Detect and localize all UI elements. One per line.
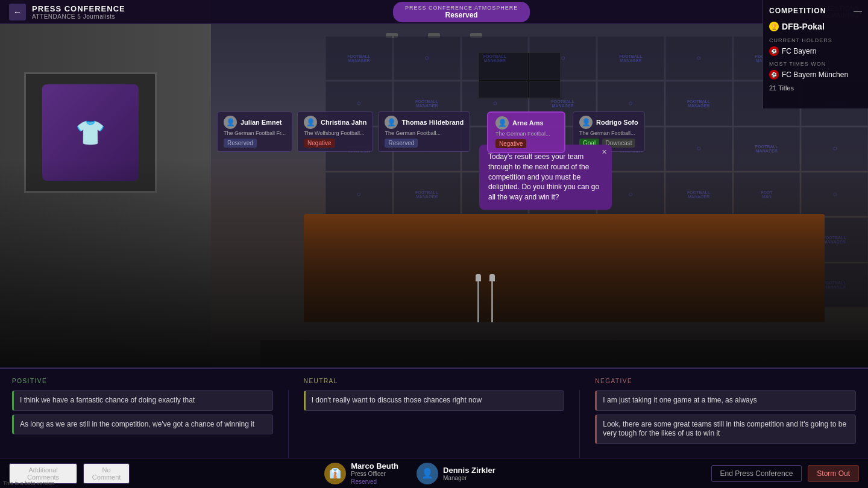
journalist-org-julian: The German Football Fr... xyxy=(224,130,286,136)
jersey-icon: 👕 xyxy=(42,84,139,181)
question-bubble-close[interactable]: ✕ xyxy=(602,148,607,157)
response-panel: POSITIVE I think we have a fantastic cha… xyxy=(0,368,868,488)
journalist-header-julian: 👤 Julian Emnet xyxy=(224,116,286,129)
divider-neutral-negative xyxy=(579,390,580,462)
journalist-card-arne[interactable]: 👤 Arne Ams The German Footbal... Negativ… xyxy=(487,111,565,153)
press-officer-role: Press Officer xyxy=(351,471,398,477)
competition-close-button[interactable]: — xyxy=(854,6,862,16)
atmosphere-label: PRESS CONFERENCE ATMOSPHERE xyxy=(405,5,518,11)
mic-stand-1 xyxy=(477,274,479,322)
press-officer-info: Marco Beuth Press Officer Reserved xyxy=(351,461,398,485)
mic-stand-2 xyxy=(491,274,493,322)
no-comment-button[interactable]: No Comment xyxy=(83,463,130,484)
response-area: POSITIVE I think we have a fantastic cha… xyxy=(0,369,868,453)
most-times-won-label: MOST TIMES WON xyxy=(769,61,862,67)
competition-panel-title: COMPETITION xyxy=(769,7,826,15)
press-officer-avatar: 👔 xyxy=(324,463,346,484)
press-officer-card: 👔 Marco Beuth Press Officer Reserved xyxy=(324,461,398,485)
journalist-avatar-rodrigo: 👤 xyxy=(579,116,593,129)
storm-out-button[interactable]: Storm Out xyxy=(808,465,859,482)
journalist-name-julian: Julian Emnet xyxy=(241,119,281,126)
neutral-column-title: NEUTRAL xyxy=(304,378,565,384)
journalist-card-christina[interactable]: 👤 Christina Jahn The Wolfsburg Football.… xyxy=(297,111,373,152)
response-neutral-1[interactable]: I don't really want to discuss those cha… xyxy=(304,390,565,411)
press-conference-podium xyxy=(304,214,825,322)
journalist-avatar-christina: 👤 xyxy=(304,116,317,129)
manager-card: 👤 Dennis Zirkler Manager xyxy=(417,461,495,485)
current-holder-team: ⚽ FC Bayern xyxy=(769,46,862,56)
question-text: Today's result sees your team through to… xyxy=(488,152,599,201)
journalist-org-arne: The German Footbal... xyxy=(495,131,557,137)
footer-bar: Additional Comments No Comment 👔 Marco B… xyxy=(0,458,868,488)
header-title-section: PRESS CONFERENCE ATTENDANCE 5 Journalist… xyxy=(32,4,125,20)
journalist-header-arne: 👤 Arne Ams xyxy=(495,116,557,130)
journalist-header-christina: 👤 Christina Jahn xyxy=(304,116,366,129)
end-press-conference-button[interactable]: End Press Conference xyxy=(711,465,802,482)
journalist-cards-row: 👤 Julian Emnet The German Football Fr...… xyxy=(217,111,470,152)
back-arrow-icon: ← xyxy=(13,7,22,17)
competition-panel-header: COMPETITION — xyxy=(769,6,862,16)
journalist-name-rodrigo: Rodrigo Sofo xyxy=(596,119,638,126)
jersey-display-case: 👕 xyxy=(24,72,157,193)
press-officer-sentiment: Reserved xyxy=(351,478,398,485)
attendance-subtitle: ATTENDANCE 5 Journalists xyxy=(32,13,125,20)
manager-info: Dennis Zirkler Manager xyxy=(443,466,495,481)
competition-cup-name: 🏆 DFB-Pokal xyxy=(769,22,862,31)
journalist-name-christina: Christina Jahn xyxy=(321,119,366,126)
footer-center: 👔 Marco Beuth Press Officer Reserved 👤 D… xyxy=(130,461,690,485)
journalist-sentiment-thomas: Reserved xyxy=(385,139,418,148)
back-button[interactable]: ← xyxy=(9,4,26,20)
header-bar: ← PRESS CONFERENCE ATTENDANCE 5 Journali… xyxy=(0,0,868,24)
podium-stage xyxy=(260,340,868,371)
current-holders-label: CURRENT HOLDERS xyxy=(769,37,862,43)
atmosphere-value: Reserved xyxy=(445,11,478,19)
journalist-header-rodrigo: 👤 Rodrigo Sofo xyxy=(579,116,638,129)
manager-avatar: 👤 xyxy=(417,463,438,484)
positive-column-title: POSITIVE xyxy=(12,378,273,384)
titles-count: 21 Titles xyxy=(769,84,862,92)
competition-panel: COMPETITION — 🏆 DFB-Pokal CURRENT HOLDER… xyxy=(763,0,868,108)
journalist-sentiment-christina: Negative xyxy=(304,139,335,148)
manager-role: Manager xyxy=(443,475,495,481)
journalist-avatar-thomas: 👤 xyxy=(385,116,398,129)
footer-right: End Press Conference Storm Out xyxy=(690,465,859,482)
journalist-org-thomas: The German Football... xyxy=(385,130,464,136)
positive-column: POSITIVE I think we have a fantastic cha… xyxy=(12,378,273,453)
journalist-card-thomas[interactable]: 👤 Thomas Hildebrand The German Football.… xyxy=(378,111,470,152)
left-wall: 👕 xyxy=(0,0,211,371)
divider-positive-neutral xyxy=(288,390,289,462)
cup-icon: 🏆 xyxy=(769,22,779,31)
page-title: PRESS CONFERENCE xyxy=(32,4,125,13)
journalist-avatar-julian: 👤 xyxy=(224,116,237,129)
journalist-avatar-arne: 👤 xyxy=(495,116,509,130)
negative-column-title: NEGATIVE xyxy=(595,378,856,384)
response-negative-1[interactable]: I am just taking it one game at a time, … xyxy=(595,390,856,411)
press-officer-name: Marco Beuth xyxy=(351,461,398,471)
neutral-column: NEUTRAL I don't really want to discuss t… xyxy=(304,378,565,453)
journalist-name-arne: Arne Ams xyxy=(512,119,544,127)
question-bubble: ✕ Today's result sees your team through … xyxy=(479,145,612,210)
most-times-won-team: ⚽ FC Bayern München xyxy=(769,70,862,80)
beta-label: This is a beta version xyxy=(3,480,54,486)
response-positive-1[interactable]: I think we have a fantastic chance of do… xyxy=(12,390,273,411)
press-conference-scene: 👕 FOOTBALLMANAGER ⬡ FOOTBALLMANAGER ⬡ FO… xyxy=(0,0,868,371)
journalist-sentiment-arne: Negative xyxy=(495,139,526,148)
most-times-won-name: FC Bayern München xyxy=(782,70,848,79)
journalist-sentiment-julian: Reserved xyxy=(224,139,257,148)
manager-name: Dennis Zirkler xyxy=(443,466,495,475)
journalist-org-rodrigo: The German Football... xyxy=(579,130,638,136)
response-positive-2[interactable]: As long as we are still in the competiti… xyxy=(12,414,273,435)
header-left-section: ← PRESS CONFERENCE ATTENDANCE 5 Journali… xyxy=(0,4,134,20)
negative-column: NEGATIVE I am just taking it one game at… xyxy=(595,378,856,453)
journalist-org-christina: The Wolfsburg Football... xyxy=(304,130,366,136)
journalist-name-thomas: Thomas Hildebrand xyxy=(401,119,464,126)
current-holder-name: FC Bayern xyxy=(782,47,816,55)
microphone-stands xyxy=(477,274,493,322)
journalist-header-thomas: 👤 Thomas Hildebrand xyxy=(385,116,464,129)
header-center-section: PRESS CONFERENCE ATMOSPHERE Reserved xyxy=(134,2,789,22)
response-negative-2[interactable]: Look, there are some great teams still i… xyxy=(595,414,856,444)
most-times-won-badge: ⚽ xyxy=(769,70,779,80)
current-holder-badge: ⚽ xyxy=(769,46,779,56)
atmosphere-badge: PRESS CONFERENCE ATMOSPHERE Reserved xyxy=(393,2,530,22)
journalist-card-julian[interactable]: 👤 Julian Emnet The German Football Fr...… xyxy=(217,111,292,152)
